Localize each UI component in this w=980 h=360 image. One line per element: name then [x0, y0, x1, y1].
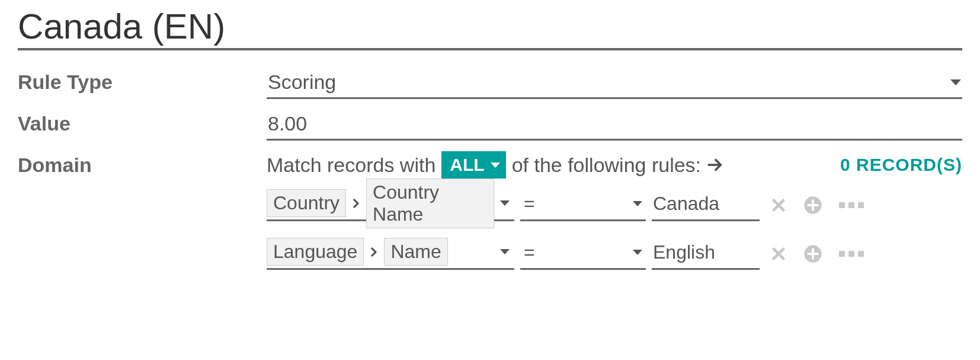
rule-value-input[interactable] — [652, 238, 760, 270]
rule-field-chip[interactable]: Country Name — [366, 179, 494, 228]
add-rule-button[interactable] — [803, 244, 822, 263]
delete-rule-button[interactable] — [770, 246, 787, 262]
domain-match-type-value: ALL — [450, 155, 484, 175]
svg-rect-10 — [808, 253, 819, 255]
rule-name-input[interactable] — [18, 6, 962, 47]
domain-suffix: of the following rules: — [512, 154, 701, 177]
chevron-right-icon — [351, 196, 361, 211]
chevron-right-icon — [369, 245, 379, 259]
rule-type-select[interactable]: Scoring — [267, 68, 962, 99]
ellipsis-icon — [839, 202, 864, 208]
svg-rect-5 — [808, 204, 819, 206]
rule-operator-value: = — [524, 193, 535, 215]
domain-match-type-select[interactable]: ALL — [441, 151, 505, 179]
rule-operator-select[interactable]: = — [520, 238, 646, 270]
domain-head: Match records with ALL of the following … — [267, 151, 962, 179]
caret-down-icon — [633, 250, 642, 255]
more-actions-button[interactable] — [839, 251, 864, 257]
add-rule-button[interactable] — [803, 196, 822, 215]
caret-down-icon — [500, 200, 510, 206]
caret-down-icon — [500, 249, 510, 254]
caret-down-icon — [491, 163, 500, 168]
ellipsis-icon — [839, 251, 864, 257]
value-label: Value — [18, 110, 267, 135]
domain-rule-row: Country Country Name = — [267, 189, 962, 221]
caret-down-icon — [950, 79, 961, 85]
caret-down-icon — [633, 201, 642, 206]
rule-field-chip[interactable]: Name — [384, 238, 447, 266]
rule-field-chip[interactable]: Country — [267, 189, 346, 217]
rule-type-value: Scoring — [268, 71, 336, 94]
rule-operator-value: = — [524, 241, 535, 263]
domain-prefix: Match records with — [267, 154, 435, 177]
rule-field-chip[interactable]: Language — [267, 238, 364, 266]
rule-field-select[interactable]: Country Country Name — [267, 189, 514, 221]
rule-operator-select[interactable]: = — [520, 189, 646, 221]
title-container — [18, 6, 962, 50]
delete-rule-button[interactable] — [770, 197, 787, 214]
rule-value-input[interactable] — [652, 189, 760, 221]
records-link[interactable]: 0 RECORD(S) — [840, 155, 962, 175]
value-input[interactable] — [267, 110, 962, 141]
more-actions-button[interactable] — [839, 202, 864, 208]
domain-rule-row: Language Name = — [267, 238, 962, 270]
rule-field-select[interactable]: Language Name — [267, 238, 514, 270]
rule-type-label: Rule Type — [18, 68, 267, 94]
domain-label: Domain — [18, 151, 267, 177]
arrow-right-icon — [707, 157, 723, 173]
